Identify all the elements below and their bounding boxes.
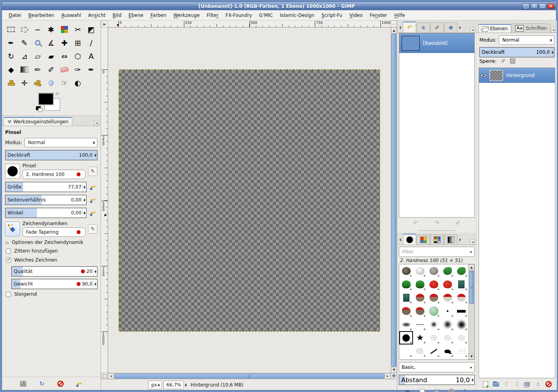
new-layer-group-button[interactable]	[491, 379, 501, 389]
brush-chalk[interactable]	[455, 331, 468, 344]
perspective-clone-tool-icon[interactable]	[31, 76, 44, 90]
brush-texture[interactable]	[413, 358, 427, 360]
reset-tool-options-button[interactable]: ↩	[75, 379, 84, 388]
ruler-corner-button[interactable]: ▶	[101, 20, 108, 27]
flip-tool-icon[interactable]: ⇔	[58, 49, 71, 63]
dynamics-thumbnail[interactable]: ◆	[5, 222, 20, 236]
menu-item[interactable]: Video	[346, 11, 366, 20]
tab-brushes-dialog[interactable]: ✐	[430, 22, 444, 33]
align-tool-icon[interactable]: ⊞	[71, 36, 84, 49]
airbrush-tool-icon[interactable]: ✑	[71, 63, 84, 76]
brush-chalk[interactable]	[441, 331, 455, 344]
brush-soft-dot-small[interactable]	[427, 318, 441, 331]
brush-texture[interactable]	[399, 358, 413, 360]
tab-paint-dynamics[interactable]: ❖	[444, 22, 457, 33]
dodge-burn-tool-icon[interactable]: ◐	[71, 76, 84, 90]
brush-croc[interactable]	[455, 264, 468, 278]
anchor-layer-button[interactable]: ⚓	[533, 379, 543, 389]
reset-icon[interactable]: ↩	[89, 209, 97, 217]
zoom-follow-window-button[interactable]: ⌕	[391, 20, 397, 27]
spinner-arrows-icon[interactable]	[93, 150, 97, 160]
brush-sphere-green[interactable]	[427, 304, 441, 318]
tab-paths[interactable]: ✳	[417, 22, 430, 33]
menu-item[interactable]: Farben	[147, 11, 170, 20]
smooth-stroke-checkbox-row[interactable]: Weiches Zeichnen	[6, 257, 97, 263]
brush-soft-dot-medium[interactable]	[441, 318, 455, 331]
brush-pixel[interactable]	[441, 304, 455, 318]
jitter-checkbox[interactable]	[6, 249, 11, 254]
menu-item[interactable]: Script-Fu	[318, 11, 346, 20]
lock-pixels-icon[interactable]: ✐	[501, 58, 505, 64]
title-bar[interactable]: [Unbenannt]-1.0 (RGB-Farben, 1 Ebene) 10…	[2, 2, 556, 10]
smooth-stroke-checkbox[interactable]	[6, 258, 11, 263]
redo-button[interactable]: ↷	[434, 220, 439, 227]
lock-alpha-icon[interactable]	[510, 59, 515, 64]
quality-slider[interactable]: Qualität 20	[11, 266, 97, 277]
foreground-color-swatch[interactable]	[38, 93, 54, 105]
spinner-arrows-icon[interactable]	[93, 279, 97, 289]
spinner-arrows-icon[interactable]	[82, 182, 86, 192]
cage-transform-tool-icon[interactable]: ⬡	[71, 49, 84, 63]
spinner-arrows-icon[interactable]	[470, 375, 474, 385]
brush-filter-input[interactable]: Filter ▾	[399, 247, 475, 257]
restore-tool-preset-button[interactable]: ↻	[37, 379, 47, 388]
aspect-ratio-slider[interactable]: Seitenverhältnis 0,00	[5, 195, 86, 205]
collapse-dock-button[interactable]: ◂	[470, 27, 475, 33]
maximize-button[interactable]: □	[539, 3, 546, 9]
spinner-arrows-icon[interactable]	[82, 208, 86, 218]
shade-button[interactable]: ↑	[530, 3, 538, 9]
brush-name-field[interactable]: 2. Hardness 100	[22, 170, 86, 179]
measure-tool-icon[interactable]: ∡	[44, 36, 58, 49]
tab-palettes[interactable]	[430, 234, 444, 245]
menu-item[interactable]: G'MIC	[255, 11, 276, 20]
free-select-tool-icon[interactable]: ∽	[31, 23, 44, 36]
collapse-dock-button[interactable]: ◂	[551, 27, 556, 33]
brush-croc[interactable]	[441, 264, 455, 278]
edit-dynamics-button[interactable]: ✎	[88, 224, 97, 234]
incremental-checkbox[interactable]	[6, 292, 11, 297]
perspective-tool-icon[interactable]: ▰	[44, 49, 58, 63]
horizontal-ruler[interactable]: 02505007501000 ▼	[108, 20, 391, 27]
refresh-brushes-button[interactable]: ↻	[461, 387, 471, 392]
clone-tool-icon[interactable]	[4, 76, 18, 90]
delete-brush-button[interactable]	[447, 387, 456, 392]
brush-thumbnail[interactable]	[5, 164, 20, 179]
brush-stroke[interactable]	[427, 344, 441, 358]
vertical-ruler[interactable]: 02505007501000 ▶	[101, 27, 108, 373]
reset-icon[interactable]: ↩	[89, 183, 97, 191]
new-layer-button[interactable]	[481, 379, 490, 389]
menu-item[interactable]: Bild	[109, 11, 125, 20]
menu-item[interactable]: Auswahl	[58, 11, 84, 20]
horizontal-scroll-thumb[interactable]	[114, 374, 384, 379]
horizontal-scrollbar[interactable]: ◂ ▸	[108, 373, 391, 379]
bucket-fill-tool-icon[interactable]: ◆	[4, 63, 18, 76]
scroll-down-button[interactable]: ▼	[391, 367, 397, 373]
dock-tabs-prev-icon[interactable]: ‹	[398, 236, 402, 245]
heal-tool-icon[interactable]: ✛	[18, 76, 31, 90]
paint-mode-select[interactable]: Normal	[24, 138, 97, 147]
duplicate-layer-button[interactable]	[523, 379, 532, 389]
brush-soft-dot-large[interactable]	[455, 318, 468, 331]
brush-wilber-santa[interactable]	[455, 291, 468, 304]
ellipse-select-tool-icon[interactable]	[18, 23, 31, 36]
tab-tool-options[interactable]: ⚒ Werkzeugeinstellungen	[4, 117, 72, 126]
brush-chalk[interactable]	[427, 331, 441, 344]
menu-item[interactable]: Filter	[203, 11, 222, 20]
brush-wilber-pilot[interactable]	[413, 304, 427, 318]
brush-texture[interactable]	[441, 358, 455, 360]
shear-tool-icon[interactable]: ▱	[31, 49, 44, 63]
jitter-checkbox-row[interactable]: Zittern hinzufügen	[6, 248, 97, 254]
delete-tool-preset-button[interactable]	[56, 379, 65, 388]
brush-soft-ellipse[interactable]	[399, 318, 413, 331]
spinner-arrows-icon[interactable]	[93, 267, 97, 276]
paintbrush-tool-icon[interactable]: ✐	[44, 63, 58, 76]
rotate-tool-icon[interactable]: ↻	[4, 49, 18, 63]
lower-layer-button[interactable]: ⇩	[512, 379, 522, 389]
brush-bird[interactable]	[441, 344, 455, 358]
undo-button[interactable]: ↶	[413, 220, 418, 227]
brush-monster-green[interactable]	[413, 278, 427, 291]
layer-row-hintergrund[interactable]: Hintergrund	[479, 68, 555, 83]
scroll-right-button[interactable]: ▸	[385, 373, 391, 379]
ink-tool-icon[interactable]: ✒	[84, 63, 98, 76]
brush-wilber-redcap[interactable]	[413, 291, 427, 304]
